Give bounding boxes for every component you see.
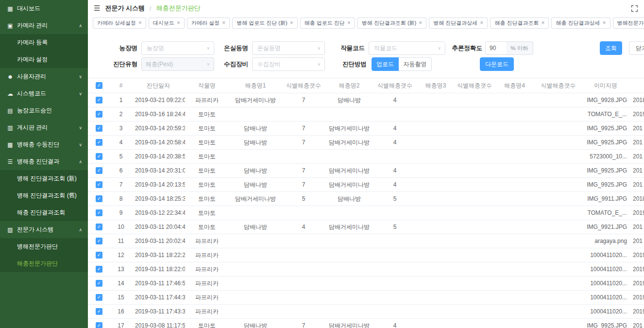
cell-pest1-count: 7 [282, 121, 325, 136]
sidebar-item[interactable]: ▦대시보드 [0, 0, 88, 17]
chevron-down-icon: ∨ [206, 46, 210, 51]
tab-item[interactable]: 병해 업로드 진단 (新)× [232, 17, 298, 29]
select-all-checkbox[interactable]: ✓ [96, 82, 102, 89]
tab-item[interactable]: 해충 진단결과조회× [490, 17, 549, 29]
close-icon[interactable]: × [222, 20, 225, 26]
close-icon[interactable]: × [603, 20, 606, 26]
cell-reg-date: 201 [630, 234, 644, 248]
cell-pest1-name [229, 234, 282, 248]
cell-reg-date: 2018 [630, 192, 644, 206]
cell-pest3-count [455, 93, 494, 107]
diagnosis-type-select[interactable]: 해충(Pest) ∨ [141, 57, 214, 71]
row-checkbox[interactable]: ✓ [96, 195, 102, 202]
tab-item[interactable]: 대시보드× [149, 17, 185, 29]
close-button[interactable]: 닫기 [629, 41, 644, 55]
breadcrumb-root[interactable]: 전문가 시스템 [105, 4, 145, 13]
checkbox-cell: ✓ [88, 93, 110, 107]
tab-item[interactable]: 해충 진단결과상세× [551, 17, 610, 29]
cell-pest3-name [416, 206, 455, 220]
tab-item[interactable]: 카메라 상세설정× [93, 17, 146, 29]
row-checkbox[interactable]: ✓ [96, 181, 102, 188]
sidebar-item[interactable]: ▥게시판 관리∨ [0, 119, 88, 136]
cell-reg-date: 2019 [630, 291, 644, 305]
tab-item[interactable]: 병해전문가판단× [613, 17, 644, 29]
close-icon[interactable]: × [541, 20, 544, 26]
cell-pest3-count [455, 319, 494, 328]
sidebar-item-label: 병해충 진단결과 [17, 157, 59, 166]
cell-crop-name: 파프리카 [185, 305, 229, 319]
row-checkbox[interactable]: ✓ [96, 153, 102, 160]
cell-diagnosis-date: 2019-03-11 17:46:58 [132, 276, 185, 291]
tab-item[interactable]: 병해 진단결과조회 (新)× [357, 17, 426, 29]
sidebar-item[interactable]: ☰병해충 진단결과∧ [0, 153, 88, 170]
sidebar-item[interactable]: 해충 진단결과조회 [0, 204, 88, 221]
fullscreen-icon[interactable] [631, 5, 638, 12]
sidebar-item[interactable]: 병해 진단결과조회 (舊) [0, 187, 88, 204]
method-upload-button[interactable]: 업로드 [372, 57, 399, 71]
device-input[interactable] [256, 60, 315, 68]
tab-item[interactable]: 카메라 설정× [187, 17, 230, 29]
sidebar-item[interactable]: 카메라 설정 [0, 51, 88, 68]
row-checkbox[interactable]: ✓ [96, 139, 102, 146]
farm-name-select[interactable]: ∨ [141, 41, 214, 55]
close-icon[interactable]: × [347, 20, 351, 26]
close-icon[interactable]: × [290, 20, 293, 26]
crop-code-input[interactable] [373, 44, 436, 52]
greenhouse-select[interactable]: ∨ [252, 41, 325, 55]
search-button[interactable]: 조회 [600, 41, 622, 55]
close-icon[interactable]: × [138, 20, 142, 26]
checkbox-cell: ✓ [88, 305, 110, 319]
row-checkbox[interactable]: ✓ [96, 97, 102, 104]
tab-item[interactable]: 병해 진단결과상세× [429, 17, 488, 29]
row-checkbox[interactable]: ✓ [96, 280, 102, 287]
row-checkbox[interactable]: ✓ [96, 294, 102, 301]
accuracy-field[interactable] [485, 41, 507, 55]
cell-pest3-name [416, 93, 455, 107]
sidebar-item[interactable]: ☻사용자관리∨ [0, 68, 88, 85]
checkbox-cell: ✓ [88, 206, 110, 220]
row-checkbox[interactable]: ✓ [96, 252, 102, 259]
cell-reg-date: 201 [630, 136, 644, 150]
device-select[interactable]: ∨ [252, 57, 325, 71]
cell-pest2-count [373, 206, 416, 220]
row-checkbox[interactable]: ✓ [96, 224, 102, 230]
sidebar-item[interactable]: ▣카메라 관리∧ [0, 17, 88, 34]
cell-pest2-count: 5 [373, 192, 416, 206]
row-checkbox[interactable]: ✓ [96, 167, 102, 174]
sidebar-item[interactable]: ▧전문가 시스템∧ [0, 221, 88, 238]
sidebar-item[interactable]: ☁시스템코드∨ [0, 85, 88, 102]
row-checkbox[interactable]: ✓ [96, 238, 102, 244]
sidebar-item[interactable]: 카메라 등록 [0, 34, 88, 51]
cell-pest4-count [535, 164, 581, 178]
row-checkbox[interactable]: ✓ [96, 266, 102, 273]
cell-pest2-count [373, 276, 416, 291]
menu-toggle-icon[interactable]: ☰ [94, 4, 100, 13]
cell-pest1-count [282, 150, 325, 164]
cell-pest2-name [325, 276, 373, 291]
greenhouse-input[interactable] [256, 44, 315, 52]
sidebar-item[interactable]: ▩병해충 수동진단∨ [0, 136, 88, 153]
farm-name-input[interactable] [146, 44, 204, 52]
accuracy-input[interactable] [489, 44, 503, 52]
method-auto-button[interactable]: 자동촬영 [399, 57, 432, 71]
close-icon[interactable]: × [419, 20, 422, 26]
download-button[interactable]: 다운로드 [480, 57, 514, 71]
close-icon[interactable]: × [480, 20, 483, 26]
cell-pest2-name: 담배나방 [325, 93, 373, 107]
row-checkbox[interactable]: ✓ [96, 111, 102, 118]
cell-image-name: aragaya.png [581, 234, 630, 248]
sidebar-item[interactable]: 병해전문가판단 [0, 238, 88, 255]
cell-pest1-name [229, 305, 282, 319]
tab-item[interactable]: 해충 업로드 진단× [300, 17, 355, 29]
row-checkbox[interactable]: ✓ [96, 125, 102, 132]
tab-label: 카메라 상세설정 [97, 19, 136, 27]
checkbox-cell: ✓ [88, 276, 110, 291]
row-checkbox[interactable]: ✓ [96, 209, 102, 216]
row-checkbox[interactable]: ✓ [96, 322, 102, 328]
row-checkbox[interactable]: ✓ [96, 308, 102, 315]
sidebar-item[interactable]: ▤농장코드승인 [0, 102, 88, 119]
crop-code-select[interactable]: ∨ [369, 41, 445, 55]
sidebar-item[interactable]: 해충전문가판단 [0, 255, 88, 272]
sidebar-item[interactable]: 병해 진단결과조회 (新) [0, 170, 88, 187]
close-icon[interactable]: × [177, 20, 180, 26]
